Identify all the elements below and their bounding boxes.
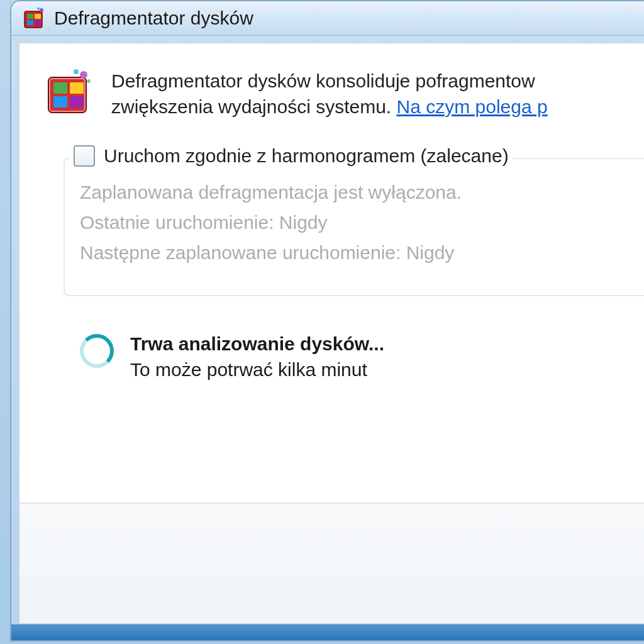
svg-rect-9 [53, 82, 67, 94]
intro-line-2-prefix: zwiększenia wydajności systemu. [111, 96, 397, 117]
svg-point-15 [87, 79, 91, 83]
schedule-groupbox: Uruchom zgodnie z harmonogramem (zalecan… [64, 158, 644, 296]
svg-rect-1 [27, 14, 33, 19]
bottom-strip [11, 625, 644, 640]
defrag-large-icon [45, 69, 94, 120]
schedule-checkbox-label: Uruchom zgodnie z harmonogramem (zalecan… [104, 145, 509, 167]
progress-title: Trwa analizowanie dysków... [130, 331, 384, 357]
svg-rect-3 [27, 20, 33, 25]
dialog-window: Defragmentator dysków Defragmentator dys… [10, 0, 644, 641]
svg-rect-2 [35, 14, 41, 19]
defrag-app-icon [23, 7, 45, 30]
svg-rect-0 [25, 11, 42, 28]
progress-subtitle: To może potrwać kilka minut [130, 357, 384, 383]
svg-rect-12 [70, 96, 84, 108]
help-link[interactable]: Na czym polega p [397, 96, 548, 117]
svg-point-14 [74, 69, 79, 74]
title-bar[interactable]: Defragmentator dysków [11, 1, 644, 36]
intro-line-1: Defragmentator dysków konsoliduje pofrag… [111, 69, 548, 94]
intro-text: Defragmentator dysków konsoliduje pofrag… [111, 69, 548, 119]
schedule-checkbox[interactable] [74, 145, 95, 167]
progress-text: Trwa analizowanie dysków... To może potr… [130, 331, 384, 382]
intro-section: Defragmentator dysków konsoliduje pofrag… [45, 69, 644, 120]
svg-rect-10 [70, 82, 84, 94]
svg-rect-4 [35, 20, 41, 25]
schedule-last-run: Ostatnie uruchomienie: Nigdy [80, 212, 644, 233]
schedule-status-line: Zaplanowana defragmentacja jest wyłączon… [80, 182, 644, 203]
svg-rect-11 [53, 96, 67, 108]
svg-point-5 [40, 8, 43, 12]
client-area: Defragmentator dysków konsoliduje pofrag… [19, 43, 644, 624]
intro-line-2: zwiększenia wydajności systemu. Na czym … [111, 94, 548, 120]
schedule-legend: Uruchom zgodnie z harmonogramem (zalecan… [70, 145, 513, 167]
spinner-icon [80, 334, 114, 368]
svg-point-13 [80, 71, 87, 79]
svg-point-6 [37, 8, 40, 10]
progress-row: Trwa analizowanie dysków... To może potr… [80, 331, 644, 382]
button-bar [19, 502, 644, 623]
schedule-next-run: Następne zaplanowane uruchomienie: Nigdy [80, 242, 644, 264]
window-title: Defragmentator dysków [54, 8, 253, 29]
